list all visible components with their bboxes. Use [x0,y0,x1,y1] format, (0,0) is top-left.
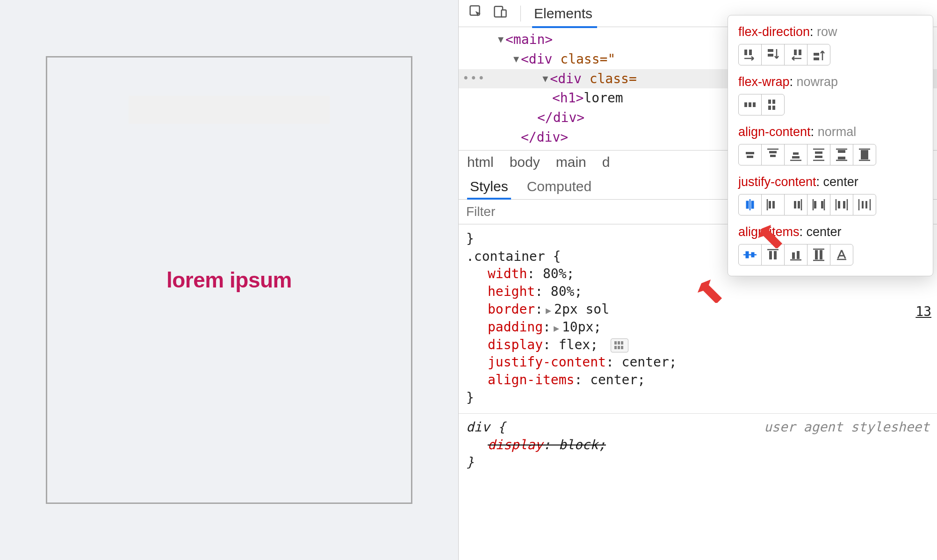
flex-direction-column-reverse-button[interactable] [807,44,830,65]
flex-direction-row-button[interactable] [738,44,762,65]
dom-attr: class=" [560,50,615,68]
popup-value: center [823,175,858,189]
justify-content-space-between-button[interactable] [807,194,830,215]
tab-styles[interactable]: Styles [470,179,508,199]
devtools-panel: ✕ Elements ▼ <main> ▼ <div class=" ••• ▼… [458,0,937,560]
svg-rect-12 [768,49,773,52]
annotation-arrow-icon [758,225,786,248]
flexbox-editor-popup: flex-direction: row flex-wrap: nowrap al… [728,15,933,276]
svg-rect-32 [770,155,776,157]
toolbar-divider [520,6,521,22]
svg-rect-74 [792,252,795,259]
popup-value: row [817,25,837,39]
popup-value: nowrap [797,75,838,89]
css-prop[interactable]: justify-content [488,354,606,370]
svg-rect-47 [746,201,749,208]
breadcrumb-item[interactable]: html [467,154,494,170]
svg-rect-66 [865,201,867,208]
flex-direction-section: flex-direction: row [738,25,923,65]
breadcrumb-item[interactable]: body [510,154,540,170]
flexbox-editor-icon[interactable] [611,338,628,352]
svg-rect-6 [614,346,617,349]
popup-value: normal [818,125,857,139]
svg-rect-23 [753,102,756,107]
align-content-space-between-button[interactable] [830,144,853,165]
css-rule-div-ua[interactable]: user agent stylesheet div { display: blo… [466,418,930,471]
justify-content-start-button[interactable] [761,194,785,215]
svg-rect-61 [838,201,840,208]
flex-wrap-wrap-button[interactable] [761,94,785,115]
flex-wrap-nowrap-button[interactable] [738,94,762,115]
popup-prop-label: flex-direction [738,25,810,39]
svg-rect-73 [774,251,777,259]
align-items-end-button[interactable] [784,244,807,266]
popup-prop-label: align-content [738,125,811,139]
flex-wrap-section: flex-wrap: nowrap [738,75,923,115]
svg-rect-38 [815,156,822,158]
selected-node-ellipsis-icon: ••• [462,71,485,86]
justify-content-space-evenly-button[interactable] [853,194,876,215]
justify-content-center-button[interactable] [738,194,762,215]
svg-rect-29 [747,156,753,158]
svg-rect-33 [793,152,799,155]
css-prop[interactable]: padding [488,319,543,335]
svg-rect-78 [815,250,818,259]
svg-rect-2 [502,10,506,17]
svg-rect-26 [768,106,771,110]
disclosure-triangle-icon[interactable]: ▼ [496,33,505,46]
annotation-arrow-icon [698,280,726,303]
align-items-baseline-button[interactable] [830,244,853,266]
svg-rect-75 [797,251,800,259]
tab-elements[interactable]: Elements [534,6,592,22]
css-prop[interactable]: border [488,302,535,317]
svg-rect-53 [794,201,796,208]
svg-rect-65 [862,201,864,208]
svg-rect-62 [843,201,845,208]
svg-rect-72 [769,251,772,259]
svg-rect-51 [769,201,771,208]
source-line-link[interactable]: 13 [915,304,931,319]
css-prop[interactable]: height [488,284,535,299]
element-highlight-overlay [129,96,330,124]
inspect-icon[interactable] [469,5,483,22]
align-content-space-around-button[interactable] [807,144,830,165]
svg-rect-15 [794,50,797,55]
align-items-stretch-button[interactable] [807,244,830,266]
device-toggle-icon[interactable] [493,5,507,22]
heading-element[interactable]: lorem ipsum [166,267,292,293]
dom-text: lorem [584,89,623,107]
svg-rect-3 [614,341,617,345]
justify-content-space-around-button[interactable] [830,194,853,215]
css-prop[interactable]: width [488,266,527,281]
breadcrumb-item[interactable]: main [556,154,586,170]
dom-tag: <div [521,50,552,68]
svg-rect-45 [861,150,868,159]
tab-computed[interactable]: Computed [527,179,591,199]
css-prop[interactable]: display [488,337,543,352]
dom-tag: <h1> [552,89,584,107]
popup-prop-label: flex-wrap [738,75,790,89]
disclosure-triangle-icon[interactable]: ▼ [512,53,521,65]
breadcrumb-item[interactable]: d [602,154,610,170]
align-content-start-button[interactable] [761,144,785,165]
dom-attr: class= [590,70,637,88]
svg-rect-41 [838,150,845,153]
flex-direction-row-reverse-button[interactable] [784,44,807,65]
popup-value: center [807,225,842,239]
expand-triangle-icon[interactable]: ▶ [546,305,551,316]
align-content-center-button[interactable] [738,144,762,165]
svg-rect-19 [814,57,819,60]
align-content-stretch-button[interactable] [853,144,876,165]
svg-rect-24 [768,100,771,104]
justify-content-end-button[interactable] [784,194,807,215]
svg-rect-34 [792,156,800,158]
css-prop[interactable]: align-items [488,372,574,388]
svg-rect-13 [768,54,773,57]
expand-triangle-icon[interactable]: ▶ [554,323,559,334]
align-content-end-button[interactable] [784,144,807,165]
disclosure-triangle-icon[interactable]: ▼ [541,72,550,85]
svg-rect-25 [772,100,775,104]
flex-direction-column-button[interactable] [761,44,785,65]
svg-rect-27 [772,106,775,110]
popup-prop-label: justify-content [738,175,816,189]
